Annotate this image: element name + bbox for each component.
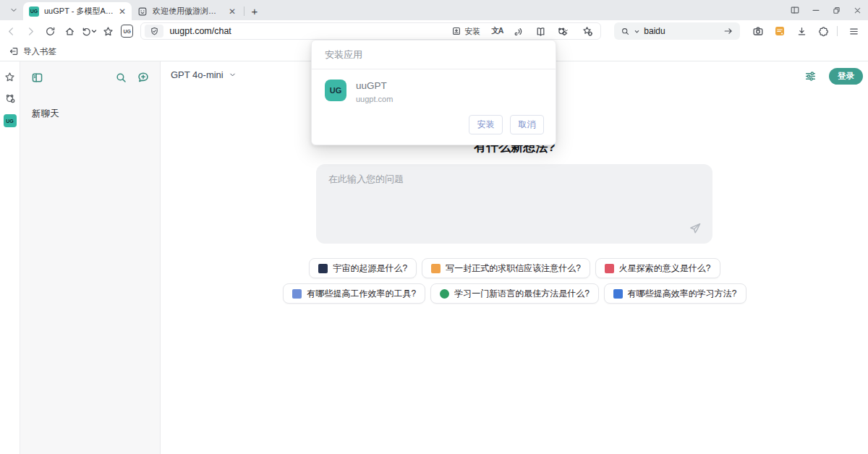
reload-icon[interactable] [41,22,59,40]
dialog-body: UG uuGPT uugpt.com [312,69,556,106]
sidebar-toolbar [20,61,160,84]
model-caret-icon [229,71,237,79]
search-go-arrow-icon[interactable] [723,26,733,36]
model-selector[interactable]: GPT 4o-mini [171,69,237,80]
tab-bar: UG uuGPT - 多模型AI对话 ✕ 欢迎使用傲游浏览器 ✕ + [0,0,868,20]
sidebar-item-new-chat[interactable]: 新聊天 [32,108,160,120]
back-icon[interactable] [2,22,20,40]
new-tab-button[interactable]: + [247,3,263,19]
install-icon [451,26,461,36]
rail-favorites-star-icon[interactable] [4,72,15,82]
dialog-footer: 安装 取消 [312,106,556,145]
suggestion-row-1: 宇宙的起源是什么? 写一封正式的求职信应该注意什么? 火星探索的意义是什么? [161,258,868,278]
address-bar[interactable]: uugpt.com/chat 安装 文A [140,22,601,40]
question-input-box[interactable] [316,164,712,244]
app-domain: uugpt.com [356,95,393,103]
read-aloud-icon[interactable] [514,26,524,37]
search-chats-icon[interactable] [115,72,127,84]
suggestion-text: 学习一门新语言的最佳方法是什么? [454,288,590,300]
tab-close-icon[interactable]: ✕ [229,7,236,16]
suggestion-icon [318,264,328,273]
suggestion-text: 有哪些提高工作效率的工具? [307,288,416,300]
settings-sliders-icon[interactable] [804,70,817,82]
tab-title: uuGPT - 多模型AI对话 [44,6,114,17]
sidebar-toggle-icon[interactable] [31,72,43,84]
chat-sidebar: 新聊天 [20,61,161,454]
app-rail: UG [0,61,20,454]
suggestion-chip[interactable]: 有哪些提高工作效率的工具? [283,283,425,304]
tab-search-caret-icon[interactable] [6,2,22,18]
split-screen-icon[interactable] [784,0,805,20]
install-app-button[interactable]: 安装 [451,26,480,37]
undo-button[interactable] [80,26,97,37]
minimize-icon[interactable] [805,0,826,20]
uugpt-app-icon: UG [325,80,346,101]
suggestion-icon [605,264,614,273]
tab-welcome[interactable]: 欢迎使用傲游浏览器 ✕ [132,2,242,20]
reading-mode-book-icon[interactable] [535,26,546,37]
window-controls [784,0,868,20]
app-name: uuGPT [356,80,393,91]
dialog-cancel-button[interactable]: 取消 [510,115,544,134]
quick-search-box[interactable] [614,22,740,40]
search-engine-icon[interactable] [621,27,630,36]
tab-close-icon[interactable]: ✕ [119,7,126,16]
send-paper-plane-icon[interactable] [689,222,702,235]
suggestion-text: 火星探索的意义是什么? [619,262,711,275]
suggestion-chip[interactable]: 火星探索的意义是什么? [595,258,720,278]
suggestion-icon [292,289,302,299]
translate-icon[interactable]: 文A [491,26,503,36]
search-engine-caret-icon[interactable] [634,29,639,34]
suggestion-text: 有哪些提高效率的学习方法? [628,288,737,300]
tab-title: 欢迎使用傲游浏览器 [153,6,224,17]
favorite-star-icon[interactable] [99,22,116,40]
toolbar-right-icons [747,22,862,40]
close-window-icon[interactable] [847,0,868,20]
install-label: 安装 [464,26,480,37]
site-security-shield-icon[interactable] [145,25,163,38]
mascot-settings-icon[interactable] [557,26,571,37]
restore-icon[interactable] [826,0,847,20]
extensions-puzzle-icon[interactable] [814,22,832,40]
suggestion-chip[interactable]: 学习一门新语言的最佳方法是什么? [430,283,599,304]
suggestion-text: 宇宙的起源是什么? [333,262,407,275]
rail-mascot-icon[interactable] [4,93,16,104]
screenshot-camera-icon[interactable] [749,22,767,40]
maxnote-icon[interactable] [771,22,788,40]
import-bookmarks-button[interactable]: 导入书签 [23,46,56,57]
suggestion-icon [440,289,449,299]
menu-hamburger-icon[interactable] [845,22,862,40]
model-name: GPT 4o-mini [171,69,224,80]
import-bookmarks-icon [9,46,19,56]
url-text[interactable]: uugpt.com/chat [169,26,231,36]
suggestion-row-2: 有哪些提高工作效率的工具? 学习一门新语言的最佳方法是什么? 有哪些提高效率的学… [161,283,868,304]
login-button[interactable]: 登录 [829,68,863,85]
new-chat-icon[interactable] [137,71,150,84]
smiley-favicon-icon [137,7,148,17]
uugpt-favicon: UG [29,7,39,17]
tab-uugpt[interactable]: UG uuGPT - 多模型AI对话 ✕ [23,2,132,20]
forward-icon[interactable] [22,22,39,40]
favorites-manager-icon[interactable] [582,26,593,37]
browser-toolbar: UG uugpt.com/chat 安装 文A [0,20,868,42]
toolbar-separator [837,26,838,36]
suggestion-chip[interactable]: 有哪些提高效率的学习方法? [604,283,746,304]
home-icon[interactable] [61,22,78,40]
suggestion-icon [431,264,441,273]
main-header-actions: 登录 [804,68,863,85]
suggestion-icon [613,289,623,299]
uugpt-extension-icon[interactable]: UG [121,25,133,38]
install-app-dialog: 安装应用 UG uuGPT uugpt.com 安装 取消 [311,40,556,145]
suggestion-text: 写一封正式的求职信应该注意什么? [446,262,581,275]
dialog-title: 安装应用 [312,40,556,69]
undo-caret-icon[interactable] [91,28,97,34]
question-textarea[interactable] [328,173,681,215]
uugpt-rail-avatar[interactable]: UG [4,114,17,127]
tab-separator [244,7,244,16]
suggestion-chip[interactable]: 宇宙的起源是什么? [309,258,417,278]
dialog-install-button[interactable]: 安装 [469,115,503,134]
search-input[interactable] [644,26,719,36]
downloads-icon[interactable] [793,22,810,40]
suggestion-chip[interactable]: 写一封正式的求职信应该注意什么? [422,258,590,278]
